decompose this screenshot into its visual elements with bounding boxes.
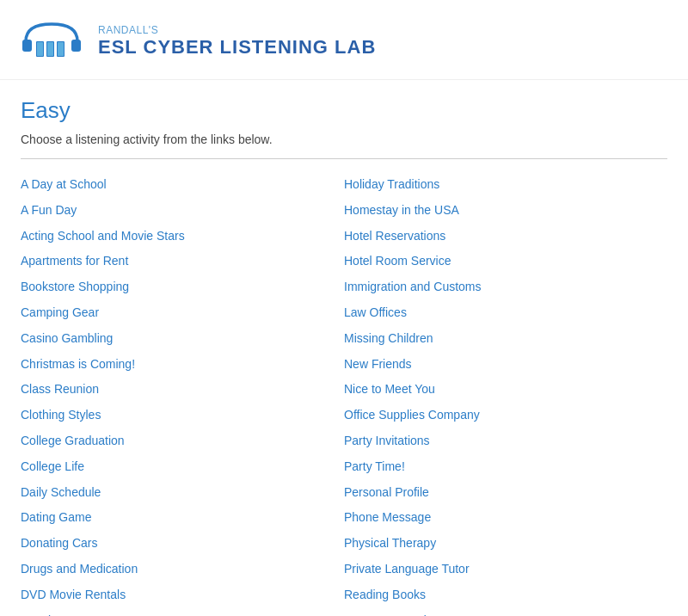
right-column: Holiday TraditionsHomestay in the USAHot…: [344, 173, 667, 616]
list-item[interactable]: Restaurant Order: [344, 609, 667, 616]
links-container: A Day at SchoolA Fun DayActing School an…: [21, 173, 667, 616]
list-item[interactable]: Homestay in the USA: [344, 199, 667, 223]
list-item[interactable]: Eyeglasses: [21, 609, 344, 616]
list-item[interactable]: College Life: [21, 455, 344, 479]
header-text: RANDALL'S ESL CYBER LISTENING LAB: [98, 24, 376, 59]
list-item[interactable]: Casino Gambling: [21, 327, 344, 351]
list-item[interactable]: Dating Game: [21, 506, 344, 530]
list-item[interactable]: Drugs and Medication: [21, 557, 344, 582]
svg-rect-0: [22, 40, 32, 52]
list-item[interactable]: Daily Schedule: [21, 481, 344, 505]
svg-rect-5: [47, 42, 53, 56]
list-item[interactable]: Missing Children: [344, 327, 667, 351]
list-item[interactable]: Christmas is Coming!: [21, 353, 344, 377]
list-item[interactable]: Apartments for Rent: [21, 249, 344, 274]
list-item[interactable]: Bookstore Shopping: [21, 275, 344, 299]
list-item[interactable]: Reading Books: [344, 583, 667, 607]
list-item[interactable]: Physical Therapy: [344, 532, 667, 556]
list-item[interactable]: Party Invitations: [344, 429, 667, 453]
list-item[interactable]: Acting School and Movie Stars: [21, 225, 344, 249]
logo-icon: [17, 15, 86, 67]
list-item[interactable]: A Fun Day: [21, 199, 344, 223]
list-item[interactable]: Donating Cars: [21, 532, 344, 556]
svg-rect-7: [58, 42, 64, 56]
svg-rect-3: [37, 42, 43, 56]
section-title: Easy: [21, 97, 667, 124]
list-item[interactable]: Personal Profile: [344, 481, 667, 505]
list-item[interactable]: DVD Movie Rentals: [21, 583, 344, 607]
list-item[interactable]: College Graduation: [21, 429, 344, 453]
list-item[interactable]: Hotel Room Service: [344, 249, 667, 274]
list-item[interactable]: Hotel Reservations: [344, 225, 667, 249]
main-content: Easy Choose a listening activity from th…: [0, 80, 688, 616]
list-item[interactable]: Private Language Tutor: [344, 557, 667, 582]
list-item[interactable]: Camping Gear: [21, 301, 344, 325]
list-item[interactable]: Party Time!: [344, 455, 667, 479]
subtitle: Choose a listening activity from the lin…: [21, 132, 667, 146]
list-item[interactable]: Office Supplies Company: [344, 403, 667, 428]
list-item[interactable]: New Friends: [344, 353, 667, 377]
list-item[interactable]: Clothing Styles: [21, 403, 344, 428]
list-item[interactable]: Phone Message: [344, 506, 667, 530]
list-item[interactable]: Class Reunion: [21, 378, 344, 402]
header-top-line: RANDALL'S: [98, 24, 376, 36]
list-item[interactable]: A Day at School: [21, 173, 344, 197]
list-item[interactable]: Holiday Traditions: [344, 173, 667, 197]
left-column: A Day at SchoolA Fun DayActing School an…: [21, 173, 344, 616]
header: RANDALL'S ESL CYBER LISTENING LAB: [0, 0, 688, 80]
list-item[interactable]: Law Offices: [344, 301, 667, 325]
header-main-title: ESL CYBER LISTENING LAB: [98, 36, 376, 59]
list-item[interactable]: Immigration and Customs: [344, 275, 667, 299]
svg-rect-1: [71, 40, 81, 52]
list-item[interactable]: Nice to Meet You: [344, 378, 667, 402]
divider: [21, 158, 667, 159]
